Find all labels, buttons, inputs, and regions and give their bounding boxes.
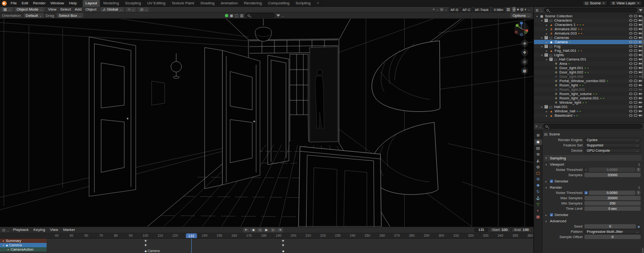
keyframe-diamond[interactable] xyxy=(281,239,285,242)
timeline-tracks[interactable]: ▾Summary▾◆Camera▾CameraAction ◆Camera◆ xyxy=(0,239,533,253)
section-header-sampling[interactable]: ▾Sampling xyxy=(544,155,642,161)
field-noise-threshold[interactable]: 0.0050 xyxy=(589,191,635,195)
expand-toggle-icon[interactable]: ▾ xyxy=(540,45,544,48)
timeline-menu-marker[interactable]: Marker xyxy=(61,227,77,233)
expand-toggle-icon[interactable] xyxy=(550,93,553,96)
disable-in-viewports-icon[interactable] xyxy=(634,101,637,104)
playhead-line[interactable] xyxy=(191,239,192,253)
hide-in-viewport-icon[interactable] xyxy=(629,97,632,99)
properties-tab-constraints[interactable]: ⚓ xyxy=(534,195,542,201)
gizmo-toggle-icon[interactable]: + xyxy=(433,7,435,12)
properties-tab-object[interactable]: ▢ xyxy=(534,170,542,176)
af-button-af-s[interactable]: AF-S xyxy=(449,7,460,12)
disable-in-renders-icon[interactable] xyxy=(639,101,642,104)
keyframe-diamond[interactable] xyxy=(144,239,147,242)
timeline-editor-icon[interactable]: ◷ xyxy=(2,228,5,232)
expand-toggle-icon[interactable]: ▸ xyxy=(545,32,548,35)
scene-selector[interactable]: ▤ Scene ✕ xyxy=(582,0,607,6)
outliner-item-room-light-volume-001[interactable]: ✳Room_light_volume.001●● xyxy=(534,96,644,100)
transform-orientation-dropdown[interactable]: ⊿Global⌄ xyxy=(100,7,124,12)
material-shading-button[interactable]: ◍ xyxy=(520,7,523,12)
expand-toggle-icon[interactable] xyxy=(550,80,553,83)
properties-tab-object-data[interactable]: ▽ xyxy=(534,202,542,207)
hide-in-viewport-icon[interactable] xyxy=(629,75,632,78)
outliner-item-scene-collection[interactable]: ▾▦Scene Collection xyxy=(534,14,644,18)
outliner-item-characters[interactable]: ▾▢Characters xyxy=(534,18,644,23)
collection-checkbox[interactable] xyxy=(545,36,548,39)
frame-end-field[interactable]: End199 xyxy=(511,228,532,232)
field-sample-offset[interactable]: 0 xyxy=(584,235,641,239)
hide-in-viewport-icon[interactable] xyxy=(629,101,632,104)
jump-to-end-button[interactable]: ⇥ xyxy=(277,228,283,232)
properties-editor-icon[interactable]: ≡ xyxy=(535,124,538,129)
outliner-item-fog[interactable]: ▾▢Fog xyxy=(534,44,644,48)
expand-toggle-icon[interactable]: ▸ xyxy=(545,28,548,31)
wireframe-shading-button[interactable]: ○ xyxy=(512,7,516,12)
menu-window[interactable]: Window xyxy=(48,0,66,7)
hide-in-viewport-icon[interactable] xyxy=(629,58,632,60)
disable-in-renders-icon[interactable] xyxy=(639,88,642,91)
af-button-af-track[interactable]: AF-Track xyxy=(473,7,491,12)
section-header-advanced[interactable]: ▾Advanced xyxy=(544,218,642,224)
hide-in-viewport-icon[interactable] xyxy=(629,24,632,26)
expand-toggle-icon[interactable] xyxy=(550,84,553,87)
disable-in-viewports-icon[interactable] xyxy=(634,54,637,56)
outliner-item-window-hall[interactable]: ▸▲Window_hall●● xyxy=(534,109,644,113)
proportional-editing-toggle[interactable]: ◎⌄ xyxy=(138,7,149,12)
hide-in-viewport-icon[interactable] xyxy=(629,15,632,17)
expand-arrow-icon[interactable]: ▾ xyxy=(2,244,5,247)
properties-tab-modifiers[interactable]: ⚙ xyxy=(534,177,542,182)
outliner-item-camera[interactable]: ▸◆Camera● xyxy=(534,40,644,44)
disable-in-viewports-icon[interactable] xyxy=(634,93,637,95)
solid-shading-button[interactable]: ● xyxy=(517,7,519,12)
properties-tab-render[interactable]: ◉ xyxy=(534,139,542,145)
hide-in-viewport-icon[interactable] xyxy=(629,114,632,117)
field-samples[interactable]: 20000 xyxy=(584,173,641,177)
disable-in-renders-icon[interactable] xyxy=(639,32,642,35)
timeline-marker[interactable]: ◆ xyxy=(282,249,285,253)
outliner-item-window-light[interactable]: ✳Window_light●● xyxy=(534,100,644,105)
disable-in-viewports-icon[interactable] xyxy=(634,36,637,39)
expand-toggle-icon[interactable]: ▾ xyxy=(535,15,539,18)
workspace-tab-rendering[interactable]: Rendering xyxy=(241,0,265,7)
expand-toggle-icon[interactable] xyxy=(550,88,553,91)
expand-toggle-icon[interactable]: ▾ xyxy=(540,19,544,22)
disable-in-viewports-icon[interactable] xyxy=(634,84,637,86)
remove-view-layer-icon[interactable]: ✕ xyxy=(637,1,640,5)
timeline-marker[interactable]: ◆Camera xyxy=(145,249,160,253)
dropdown-render-engine[interactable]: Cycles⌄ xyxy=(584,138,641,142)
select-mode-icon[interactable]: ▣ xyxy=(230,13,234,18)
keyframe-diamond[interactable] xyxy=(281,243,285,247)
menu-render[interactable]: Render xyxy=(31,0,48,7)
perspective-toggle-button[interactable]: ▦ xyxy=(521,67,528,74)
collection-checkbox[interactable] xyxy=(545,105,548,108)
outliner-item-room-light-001[interactable]: ✳Room_light.001 xyxy=(534,87,644,92)
expand-toggle-icon[interactable] xyxy=(550,67,553,70)
outliner-item-cameras[interactable]: ▾▢Cameras xyxy=(534,36,644,40)
field-time-limit[interactable]: 0 sec xyxy=(584,206,641,211)
hide-in-viewport-icon[interactable] xyxy=(629,49,632,52)
expand-arrow-icon[interactable]: ▾ xyxy=(2,240,5,242)
workspace-tab-compositing[interactable]: Compositing xyxy=(265,0,293,7)
expand-toggle-icon[interactable]: ▾ xyxy=(545,58,548,61)
disable-in-renders-icon[interactable] xyxy=(639,28,642,30)
outliner-scrollbar[interactable] xyxy=(642,16,644,79)
menu-file[interactable]: File xyxy=(8,0,19,7)
expand-toggle-icon[interactable]: ▸ xyxy=(545,41,548,44)
hide-in-viewport-icon[interactable] xyxy=(629,84,632,86)
properties-tab-physics[interactable]: ↻ xyxy=(534,189,542,195)
expand-toggle-icon[interactable]: ▸ xyxy=(545,110,548,113)
workspace-tab-shading[interactable]: Shading xyxy=(198,0,218,7)
hide-in-viewport-icon[interactable] xyxy=(629,88,632,91)
disable-in-renders-icon[interactable] xyxy=(639,71,642,73)
outliner-item-characters-1[interactable]: ▸▲Characters 1●●● xyxy=(534,23,644,27)
disable-in-renders-icon[interactable] xyxy=(639,67,642,69)
workspace-tab-sculpting[interactable]: Sculpting xyxy=(122,0,144,7)
editor-type-button[interactable]: ▦⌄ xyxy=(1,7,13,12)
hide-in-viewport-icon[interactable] xyxy=(629,93,632,95)
collection-checkbox[interactable] xyxy=(549,58,553,61)
presets-icon[interactable]: ⣿ xyxy=(638,186,640,189)
navigation-gizmo[interactable] xyxy=(513,21,530,37)
disable-in-renders-icon[interactable] xyxy=(639,80,642,82)
expand-toggle-icon[interactable] xyxy=(550,101,553,104)
